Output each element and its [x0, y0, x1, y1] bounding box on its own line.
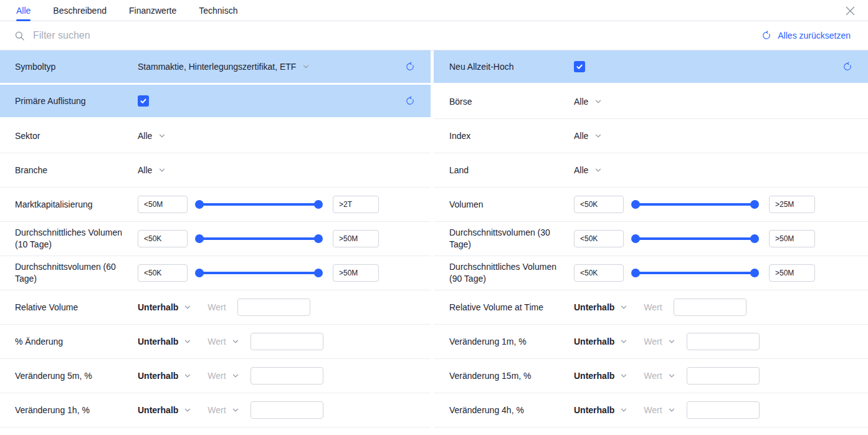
tab-finanzwerte[interactable]: Finanzwerte [129, 0, 176, 21]
reset-filter-button[interactable] [404, 95, 416, 107]
value-input[interactable] [687, 333, 760, 350]
range-max-input[interactable] [333, 264, 379, 282]
slider-track [199, 272, 318, 274]
symboltyp-dropdown[interactable]: Stammaktie, Hinterlegungszertifikat, ETF [138, 62, 310, 72]
slider-handle-max[interactable] [750, 269, 759, 277]
filter-row-land: Land Alle [434, 153, 868, 188]
operator-dropdown[interactable]: Unterhalb [138, 405, 191, 415]
boerse-dropdown[interactable]: Alle [574, 97, 602, 107]
operator-dropdown[interactable]: Unterhalb [574, 337, 627, 347]
slider-handle-max[interactable] [750, 234, 759, 243]
slider-handle-min[interactable] [631, 200, 640, 209]
reset-icon [404, 61, 416, 72]
value-input[interactable] [250, 333, 323, 350]
dropdown-value: Stammaktie, Hinterlegungszertifikat, ETF [138, 62, 296, 72]
reset-filter-button[interactable] [404, 61, 416, 72]
reset-all-button[interactable]: Alles zurücksetzen [761, 30, 851, 41]
filter-label: Veränderung 5m, % [15, 370, 138, 382]
range-min-input[interactable] [574, 230, 624, 247]
chevron-down-icon [620, 304, 627, 311]
value-mode-dropdown[interactable]: Wert [207, 337, 239, 347]
range-max-input[interactable] [769, 264, 815, 282]
value-mode-dropdown[interactable]: Wert [644, 371, 675, 381]
filter-label: Relative Volume at Time [449, 302, 574, 313]
chevron-down-icon [620, 372, 627, 380]
range-min-input[interactable] [138, 264, 188, 282]
slider-handle-min[interactable] [195, 200, 204, 209]
range-slider[interactable] [195, 269, 323, 277]
filter-row-symboltyp: Symboltyp Stammaktie, Hinterlegungszerti… [0, 50, 431, 85]
slider-handle-max[interactable] [314, 234, 323, 243]
range-max-input[interactable] [769, 196, 815, 213]
value-input[interactable] [687, 401, 760, 419]
range-max-input[interactable] [333, 230, 379, 247]
reset-icon [761, 30, 772, 41]
value-mode-dropdown[interactable]: Wert [644, 337, 675, 347]
slider-handle-max[interactable] [750, 200, 759, 209]
filter-row-relative-volume-at-time: Relative Volume at Time Unterhalb Wert [434, 290, 868, 325]
range-min-input[interactable] [138, 196, 188, 213]
range-slider[interactable] [631, 200, 759, 209]
operator-dropdown[interactable]: Unterhalb [138, 302, 191, 312]
range-min-input[interactable] [574, 196, 624, 213]
range-min-input[interactable] [138, 230, 188, 247]
dropdown-value: Alle [574, 165, 588, 175]
operator-value: Unterhalb [574, 302, 614, 312]
filter-column-left: Symboltyp Stammaktie, Hinterlegungszerti… [0, 50, 431, 428]
range-max-input[interactable] [769, 230, 815, 247]
operator-dropdown[interactable]: Unterhalb [138, 337, 191, 347]
value-input[interactable] [674, 299, 746, 316]
sektor-dropdown[interactable]: Alle [138, 131, 166, 141]
screener-filter-panel: Alle Beschreibend Finanzwerte Technisch … [0, 0, 868, 435]
search-input[interactable] [33, 30, 761, 41]
close-button[interactable] [843, 4, 857, 17]
filter-label: Börse [449, 96, 574, 108]
value-mode-dropdown[interactable]: Wert [207, 371, 239, 381]
tab-technisch[interactable]: Technisch [199, 0, 237, 21]
chevron-down-icon [184, 304, 191, 311]
range-max-input[interactable] [333, 196, 379, 213]
value-input[interactable] [687, 367, 760, 385]
filter-row-durchschnittsvolumen-60t: Durchschnittsvolumen (60 Tage) [0, 256, 431, 290]
operator-dropdown[interactable]: Unterhalb [574, 405, 627, 415]
value-input[interactable] [237, 299, 310, 316]
branche-dropdown[interactable]: Alle [138, 165, 166, 175]
value-mode-dropdown[interactable]: Wert [644, 405, 675, 415]
active-tab-underline [16, 19, 31, 21]
slider-handle-max[interactable] [314, 269, 323, 277]
filter-label: % Änderung [15, 336, 138, 348]
operator-value: Unterhalb [138, 337, 178, 347]
primaere-auflistung-checkbox[interactable] [138, 95, 149, 107]
filter-label: Sektor [15, 130, 138, 142]
range-min-input[interactable] [574, 264, 624, 282]
range-slider[interactable] [631, 234, 759, 243]
land-dropdown[interactable]: Alle [574, 165, 602, 175]
value-input[interactable] [250, 367, 323, 385]
filter-row-veraenderung-1m: Veränderung 1m, % Unterhalb Wert [434, 325, 868, 359]
operator-dropdown[interactable]: Unterhalb [574, 302, 627, 312]
range-slider[interactable] [195, 234, 323, 243]
range-slider[interactable] [195, 200, 323, 209]
filter-row-index: Index Alle [434, 119, 868, 153]
tab-beschreibend[interactable]: Beschreibend [53, 0, 107, 21]
index-dropdown[interactable]: Alle [574, 131, 602, 141]
slider-handle-min[interactable] [195, 234, 204, 243]
dropdown-value: Alle [574, 97, 588, 107]
filter-row-veraenderung-5m: Veränderung 5m, % Unterhalb Wert [0, 359, 431, 393]
slider-handle-min[interactable] [195, 269, 204, 277]
operator-dropdown[interactable]: Unterhalb [138, 371, 191, 381]
slider-handle-min[interactable] [631, 234, 640, 243]
chevron-down-icon [594, 132, 602, 140]
tab-alle[interactable]: Alle [16, 0, 31, 21]
neu-allzeit-hoch-checkbox[interactable] [574, 61, 585, 72]
filter-row-boerse: Börse Alle [434, 85, 868, 119]
value-mode-dropdown[interactable]: Wert [207, 405, 239, 415]
slider-handle-min[interactable] [631, 269, 640, 277]
operator-dropdown[interactable]: Unterhalb [574, 371, 627, 381]
slider-handle-max[interactable] [314, 200, 323, 209]
value-input[interactable] [250, 401, 323, 419]
filter-row-veraenderung-15m: Veränderung 15m, % Unterhalb Wert [434, 359, 868, 393]
range-slider[interactable] [631, 269, 759, 277]
reset-filter-button[interactable] [842, 61, 853, 72]
chevron-down-icon [668, 338, 675, 345]
